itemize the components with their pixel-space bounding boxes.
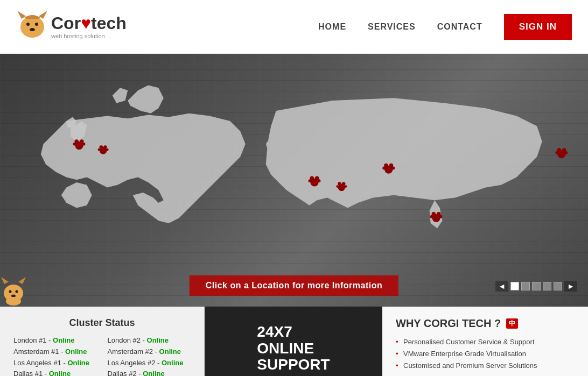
nav-home[interactable]: HOME <box>318 22 346 32</box>
usa-map <box>266 98 542 228</box>
svg-marker-43 <box>18 277 26 284</box>
svg-point-4 <box>35 23 38 26</box>
slider-prev-arrow[interactable]: ◄ <box>495 281 508 292</box>
cluster-london2: London #2 - Online <box>108 335 191 346</box>
svg-point-15 <box>106 148 109 151</box>
logo-text: Cor♥tech <box>51 15 127 32</box>
svg-point-10 <box>82 143 86 146</box>
svg-point-24 <box>336 185 339 188</box>
slider-navigation: ◄ ► <box>495 281 577 292</box>
logo-subtitle: web hosting solution <box>51 33 127 39</box>
slider-dot-3[interactable] <box>532 282 541 290</box>
svg-point-45 <box>16 290 18 293</box>
why-point-2: VMware Enterprise Grade Virtualisation <box>396 348 575 360</box>
cluster-amsterdam2: Amsterdam #2 - Online <box>108 346 191 358</box>
svg-point-19 <box>309 179 312 182</box>
click-info-bar: Click on a Location for more Information <box>190 275 398 296</box>
support-banner: 24X7 ONLINE SUPPORT <box>205 307 382 376</box>
svg-marker-42 <box>1 277 9 284</box>
header: Cor♥tech web hosting solution HOME SERVI… <box>0 0 588 54</box>
svg-point-39 <box>555 151 558 154</box>
badge-cn: 中 <box>506 318 518 329</box>
svg-point-47 <box>6 297 21 306</box>
world-map-svg[interactable] <box>11 70 577 274</box>
svg-point-0 <box>20 16 44 38</box>
cluster-dallas2: Dallas #2 - Online <box>108 368 191 376</box>
why-list: Personalised Customer Service & Support … <box>396 336 575 372</box>
why-point-3: Customised and Premium Server Solutions <box>396 360 575 372</box>
svg-point-35 <box>439 215 443 218</box>
cluster-dallas1: Dallas #1 - Online <box>13 368 97 376</box>
cluster-col-left: London #1 - Online Amsterdam #1 - Online… <box>13 335 97 376</box>
why-section: WHY CORGI TECH ? 中 Personalised Customer… <box>382 307 588 376</box>
corgi-mascot <box>0 274 27 307</box>
main-nav: HOME SERVICES CONTACT SIGN IN <box>318 14 572 40</box>
svg-point-44 <box>9 290 12 293</box>
svg-point-30 <box>391 167 395 170</box>
cluster-london1: London #1 - Online <box>13 335 97 346</box>
slider-dot-5[interactable] <box>554 282 562 290</box>
cluster-status-panel: Cluster Status London #1 - Online Amster… <box>0 307 205 376</box>
svg-point-46 <box>11 295 16 297</box>
corgi-logo-icon <box>16 8 48 46</box>
svg-point-5 <box>30 28 35 31</box>
bottom-section: Cluster Status London #1 - Online Amster… <box>0 307 588 376</box>
cluster-col-right: London #2 - Online Amsterdam #2 - Online… <box>108 335 191 376</box>
why-header: WHY CORGI TECH ? 中 <box>396 317 575 330</box>
cluster-la2: Los Angeles #2 - Online <box>108 358 191 369</box>
cluster-status-title: Cluster Status <box>13 317 191 329</box>
support-title: 24X7 ONLINE SUPPORT <box>257 324 330 373</box>
svg-point-9 <box>73 143 76 146</box>
cluster-la1: Los Angeles #1 - Online <box>13 358 97 369</box>
svg-point-14 <box>98 148 101 151</box>
slider-dot-2[interactable] <box>521 282 530 290</box>
slider-next-arrow[interactable]: ► <box>564 281 577 292</box>
nav-contact[interactable]: CONTACT <box>437 22 482 32</box>
svg-point-22 <box>338 182 341 186</box>
slider-dot-1[interactable] <box>510 282 519 290</box>
support-content: 24X7 ONLINE SUPPORT <box>246 313 340 376</box>
hero-section: Click on a Location for more Information… <box>0 54 588 307</box>
svg-point-3 <box>26 23 30 26</box>
paw-newyork[interactable] <box>555 148 568 158</box>
svg-point-34 <box>430 215 433 218</box>
svg-point-23 <box>342 182 346 186</box>
slider-dot-4[interactable] <box>543 282 551 290</box>
svg-point-20 <box>318 179 321 182</box>
why-title: WHY CORGI TECH ? <box>396 317 501 330</box>
svg-point-25 <box>345 185 347 188</box>
svg-point-12 <box>100 145 103 149</box>
map-container[interactable] <box>11 70 577 274</box>
why-point-1: Personalised Customer Service & Support <box>396 336 575 348</box>
cluster-grid: London #1 - Online Amsterdam #1 - Online… <box>13 335 191 376</box>
signin-button[interactable]: SIGN IN <box>504 14 572 40</box>
svg-point-40 <box>565 151 568 154</box>
nav-services[interactable]: SERVICES <box>368 22 416 32</box>
europe-map <box>41 86 246 224</box>
cluster-amsterdam1: Amsterdam #1 - Online <box>13 346 97 358</box>
svg-point-13 <box>103 145 107 149</box>
logo: Cor♥tech web hosting solution <box>16 8 127 46</box>
svg-point-29 <box>382 167 386 170</box>
